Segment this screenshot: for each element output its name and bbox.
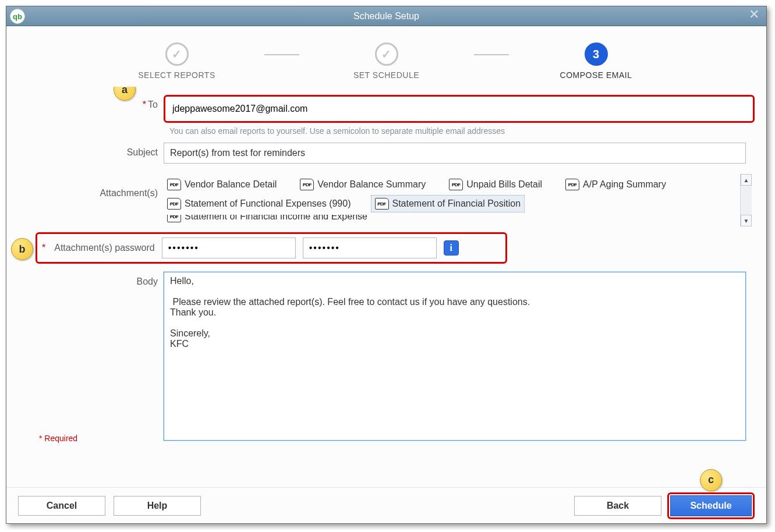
schedule-button-highlight: Schedule [667, 492, 755, 519]
to-label: *To [18, 95, 164, 110]
check-icon [375, 42, 398, 66]
attachment-item[interactable]: Statement of Financial Position [371, 195, 525, 212]
step-number-badge: 3 [585, 42, 608, 66]
pdf-icon [300, 179, 314, 190]
attachment-item[interactable]: Vendor Balance Detail [164, 176, 280, 193]
to-field-highlight [164, 95, 755, 123]
scroll-up-icon[interactable]: ▲ [741, 174, 752, 186]
schedule-setup-window: qb Schedule Setup ✕ SELECT REPORTS SET S… [6, 6, 767, 524]
window-title: Schedule Setup [353, 11, 419, 22]
attachments-scrollbar[interactable]: ▲ ▼ [740, 174, 752, 226]
subject-label: Subject [18, 143, 164, 158]
dialog-footer: Cancel Help Back c Schedule [6, 487, 766, 523]
subject-input[interactable] [164, 143, 746, 164]
back-button[interactable]: Back [574, 496, 661, 516]
attachment-item[interactable]: Unpaid Bills Detail [445, 176, 546, 193]
pdf-icon [167, 179, 181, 190]
attachment-item[interactable]: Vendor Balance Summary [296, 176, 429, 193]
step-label: SELECT REPORTS [138, 70, 215, 80]
help-button[interactable]: Help [114, 496, 201, 516]
attachment-password-input[interactable] [162, 237, 296, 258]
attachment-password-highlight: * Attachment(s) password i [36, 232, 507, 264]
step-compose-email: 3 COMPOSE EMAIL [509, 42, 684, 80]
callout-badge-c: c [700, 469, 722, 491]
attachment-password-label: Attachment(s) password [54, 243, 155, 253]
info-icon[interactable]: i [444, 240, 459, 256]
quickbooks-icon: qb [10, 9, 25, 24]
step-select-reports: SELECT REPORTS [90, 42, 264, 80]
to-hint: You can also email reports to yourself. … [169, 126, 755, 136]
attachment-item-cutoff[interactable]: Statement of Financial Income and Expens… [164, 215, 371, 225]
attachment-item[interactable]: Statement of Functional Expenses (990) [164, 195, 355, 212]
callout-badge-b: b [11, 238, 33, 260]
pdf-icon [167, 198, 181, 210]
step-set-schedule: SET SCHEDULE [299, 42, 474, 80]
stepper-connector [264, 54, 299, 55]
attachments-list[interactable]: Vendor Balance Detail Vendor Balance Sum… [164, 174, 740, 226]
body-label: Body [18, 272, 164, 287]
compose-email-form: a *To You can also email reports to your… [6, 87, 766, 487]
body-textarea[interactable] [164, 272, 746, 441]
cancel-button[interactable]: Cancel [18, 496, 105, 516]
attachment-password-confirm-input[interactable] [303, 237, 437, 258]
pdf-icon [375, 198, 389, 210]
pdf-icon [565, 179, 579, 190]
check-icon [165, 42, 189, 66]
schedule-button[interactable]: Schedule [670, 495, 752, 516]
step-label: SET SCHEDULE [353, 70, 419, 80]
to-input[interactable] [167, 98, 752, 120]
pdf-icon [167, 215, 181, 222]
window-titlebar: qb Schedule Setup ✕ [6, 6, 766, 26]
stepper-connector [474, 54, 509, 55]
pdf-icon [449, 179, 463, 190]
attachments-list-wrapper: Vendor Balance Detail Vendor Balance Sum… [164, 174, 752, 226]
attachment-item[interactable]: A/P Aging Summary [562, 176, 670, 193]
scroll-down-icon[interactable]: ▼ [741, 215, 752, 226]
attachments-label: Attachment(s) [18, 174, 164, 198]
close-icon[interactable]: ✕ [748, 9, 760, 22]
step-label: COMPOSE EMAIL [560, 70, 632, 80]
wizard-stepper: SELECT REPORTS SET SCHEDULE 3 COMPOSE EM… [6, 26, 766, 87]
